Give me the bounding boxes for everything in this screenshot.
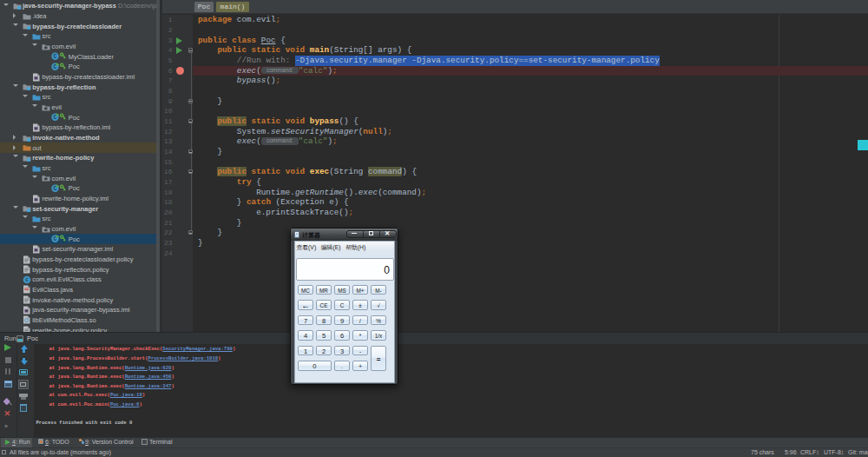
svg-text:C: C <box>25 277 29 283</box>
svg-text:C: C <box>54 54 57 60</box>
